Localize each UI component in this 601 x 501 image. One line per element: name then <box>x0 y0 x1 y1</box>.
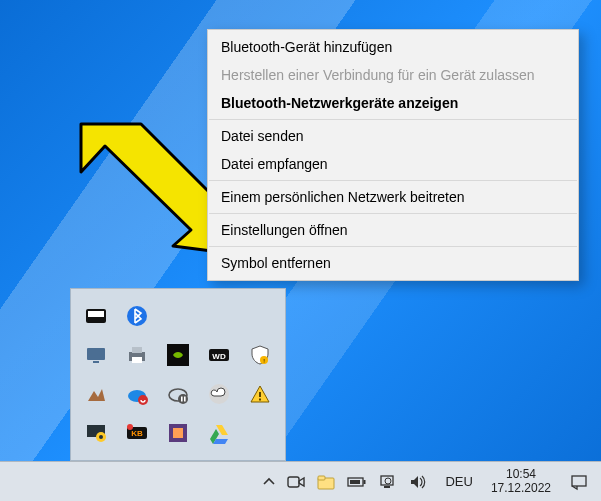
menu-separator <box>209 180 577 181</box>
menu-item-show-network-devices[interactable]: Bluetooth-Netzwerkgeräte anzeigen <box>209 89 577 117</box>
svg-rect-19 <box>184 397 186 402</box>
nvidia-icon[interactable] <box>166 343 190 367</box>
taskbar-date: 17.12.2022 <box>491 482 551 496</box>
elevation-icon[interactable] <box>84 382 108 406</box>
onedrive-sync-icon[interactable] <box>125 382 149 406</box>
warning-triangle-icon[interactable] <box>248 382 272 406</box>
taskbar: DEU 10:54 17.12.2022 <box>0 461 601 501</box>
tray-empty-slot <box>207 304 231 328</box>
menu-item-join-personal-network[interactable]: Einem persönlichen Netzwerk beitreten <box>209 183 577 211</box>
svg-point-15 <box>138 395 148 405</box>
svg-rect-30 <box>173 428 183 438</box>
svg-rect-7 <box>132 347 142 353</box>
svg-rect-38 <box>384 486 390 488</box>
svg-point-28 <box>127 424 133 430</box>
menu-separator <box>209 246 577 247</box>
svg-rect-31 <box>288 477 299 487</box>
svg-point-25 <box>99 435 103 439</box>
color-square-icon[interactable] <box>166 421 190 445</box>
cloud-pause-icon[interactable] <box>166 382 190 406</box>
svg-rect-33 <box>318 476 325 480</box>
tray-empty-slot <box>166 304 190 328</box>
menu-item-open-settings[interactable]: Einstellungen öffnen <box>209 216 577 244</box>
svg-rect-18 <box>181 397 183 402</box>
svg-text:WD: WD <box>212 352 226 361</box>
menu-item-send-file[interactable]: Datei senden <box>209 122 577 150</box>
keyboard-indicator-icon[interactable] <box>84 304 108 328</box>
tray-empty-slot <box>248 421 272 445</box>
action-center-icon[interactable] <box>569 472 589 492</box>
svg-rect-2 <box>88 311 104 317</box>
taskbar-system-icons <box>277 473 437 491</box>
language-indicator[interactable]: DEU <box>437 474 480 489</box>
svg-rect-21 <box>259 392 261 397</box>
tray-overflow-chevron[interactable] <box>261 474 277 490</box>
svg-rect-36 <box>350 480 360 484</box>
tray-overflow-flyout: WD ! KB <box>70 288 286 461</box>
bluetooth-context-menu: Bluetooth-Gerät hinzufügen Herstellen ei… <box>207 29 579 281</box>
menu-item-allow-connection: Herstellen einer Verbindung für ein Gerä… <box>209 61 577 89</box>
menu-separator <box>209 213 577 214</box>
svg-rect-35 <box>364 480 366 484</box>
taskbar-time: 10:54 <box>491 468 551 482</box>
bluetooth-icon[interactable] <box>125 304 149 328</box>
menu-item-receive-file[interactable]: Datei empfangen <box>209 150 577 178</box>
creative-cloud-icon[interactable] <box>207 382 231 406</box>
meet-now-icon[interactable] <box>287 473 305 491</box>
menu-item-add-device[interactable]: Bluetooth-Gerät hinzufügen <box>209 33 577 61</box>
network-icon[interactable] <box>379 473 397 491</box>
display-settings-icon[interactable] <box>84 343 108 367</box>
printer-icon[interactable] <box>125 343 149 367</box>
security-shield-icon[interactable]: ! <box>248 343 272 367</box>
recorder-kb-icon[interactable]: KB <box>125 421 149 445</box>
svg-rect-4 <box>87 348 105 360</box>
tray-empty-slot <box>248 304 272 328</box>
camera-overlay-icon[interactable] <box>84 421 108 445</box>
svg-point-17 <box>178 394 188 404</box>
svg-rect-40 <box>572 476 586 486</box>
svg-rect-8 <box>132 357 142 363</box>
explorer-icon[interactable] <box>317 473 335 491</box>
battery-icon[interactable] <box>347 473 367 491</box>
google-drive-icon[interactable] <box>207 421 231 445</box>
volume-icon[interactable] <box>409 473 427 491</box>
svg-point-39 <box>385 478 391 484</box>
svg-rect-5 <box>93 361 99 363</box>
menu-separator <box>209 119 577 120</box>
svg-text:KB: KB <box>131 429 143 438</box>
wd-drive-icon[interactable]: WD <box>207 343 231 367</box>
menu-item-remove-symbol[interactable]: Symbol entfernen <box>209 249 577 277</box>
svg-rect-22 <box>259 399 261 401</box>
taskbar-clock[interactable]: 10:54 17.12.2022 <box>481 468 561 496</box>
